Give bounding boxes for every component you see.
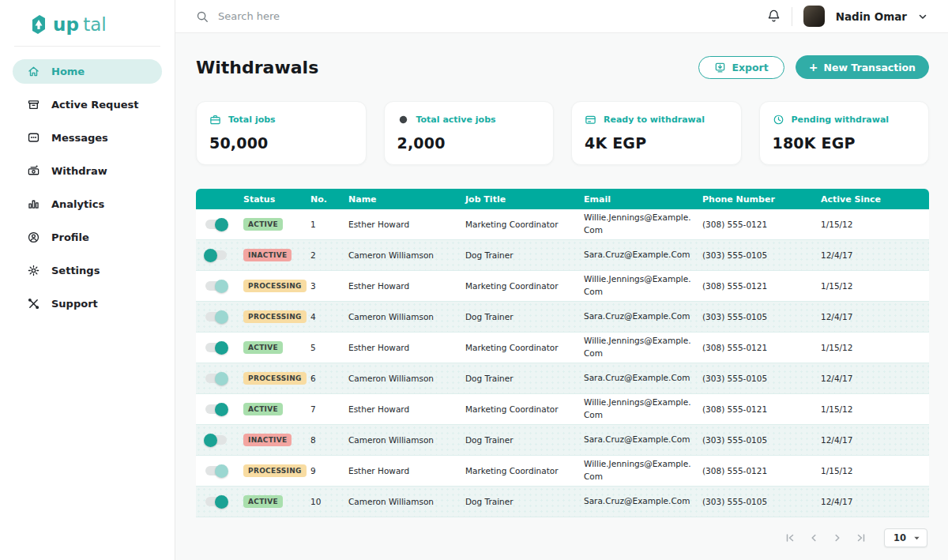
stat-card-ready-to-withdrawal: Ready to withdrawal 4K EGP	[571, 101, 742, 165]
status-toggle[interactable]	[205, 250, 227, 260]
status-toggle[interactable]	[205, 312, 227, 321]
cell-no: 9	[310, 466, 348, 475]
email-text: Sara.Cruz@Example.Com	[584, 249, 691, 261]
status-toggle[interactable]	[205, 466, 227, 475]
cell-phone: (303) 555-0105	[702, 374, 821, 383]
dot-icon	[397, 114, 409, 126]
table-header-email: Email	[584, 194, 702, 205]
cell-phone: (308) 555-0121	[702, 404, 821, 414]
logo-text-bold: up	[53, 14, 79, 35]
cell-toggle	[196, 404, 243, 414]
briefcase-icon	[209, 114, 221, 126]
email-text: Sara.Cruz@Example.Com	[584, 372, 691, 385]
cell-email: Willie.Jennings@Example.Com	[584, 212, 702, 237]
status-badge: PROCESSING	[243, 372, 307, 385]
table-row: PROCESSING4Cameron WilliamsonDog Trainer…	[196, 302, 929, 333]
cell-active-since: 12/4/17	[821, 435, 929, 445]
last-page-icon[interactable]	[852, 529, 870, 547]
sidebar-item-home[interactable]: Home	[13, 59, 162, 84]
chevron-down-icon[interactable]	[918, 12, 927, 21]
export-button-label: Export	[732, 62, 768, 73]
toggle-knob	[215, 403, 228, 416]
cell-name: Cameron Williamson	[348, 312, 465, 321]
stat-card-value: 180K EGP	[773, 134, 916, 152]
cell-toggle	[196, 374, 243, 383]
logo-text-light: tal	[83, 14, 107, 35]
status-toggle[interactable]	[205, 435, 227, 445]
sidebar-item-label: Analytics	[51, 198, 104, 210]
search-icon	[196, 10, 209, 23]
topbar: Nadin Omar	[175, 0, 948, 33]
support-icon	[27, 297, 40, 310]
cell-phone: (303) 555-0105	[702, 435, 821, 445]
table-header-job-title: Job Title	[465, 194, 584, 205]
status-toggle[interactable]	[205, 220, 227, 229]
stat-cards: Total jobs 50,000 Total active jobs 2,00…	[196, 101, 929, 165]
email-text: Willie.Jennings@Example.Com	[584, 397, 691, 422]
cell-phone: (303) 555-0105	[702, 250, 821, 260]
user-avatar[interactable]	[803, 6, 825, 27]
email-text: Willie.Jennings@Example.Com	[584, 335, 691, 360]
bell-icon[interactable]	[767, 9, 781, 24]
status-toggle[interactable]	[205, 497, 227, 506]
toggle-knob	[215, 372, 228, 385]
table-row: ACTIVE7Esther HowardMarketing Coordinato…	[196, 394, 929, 425]
stat-card-label: Total active jobs	[416, 115, 496, 125]
export-button[interactable]: Export	[698, 56, 784, 79]
cell-job-title: Marketing Coordinator	[465, 404, 584, 414]
cell-job-title: Dog Trainer	[465, 374, 584, 383]
sidebar-item-withdraw[interactable]: Withdraw	[13, 159, 162, 183]
cell-status: PROCESSING	[243, 464, 310, 477]
page-size-select[interactable]: 10	[884, 528, 927, 547]
new-transaction-button[interactable]: + New Transaction	[796, 55, 929, 79]
cell-active-since: 1/15/12	[821, 220, 929, 229]
stat-card-label: Total jobs	[228, 115, 276, 125]
cell-email: Willie.Jennings@Example.Com	[584, 273, 702, 299]
cell-active-since: 12/4/17	[821, 497, 929, 506]
stat-card-pending-withdrawal: Pending withdrawal 180K EGP	[759, 101, 930, 165]
sidebar-item-messages[interactable]: Messages	[13, 126, 162, 150]
sidebar-item-analytics[interactable]: Analytics	[13, 192, 162, 216]
cell-job-title: Marketing Coordinator	[465, 343, 584, 352]
email-text: Sara.Cruz@Example.Com	[584, 495, 691, 508]
topbar-right: Nadin Omar	[767, 6, 927, 27]
cell-job-title: Dog Trainer	[465, 250, 584, 260]
cell-active-since: 12/4/17	[821, 374, 929, 383]
status-toggle[interactable]	[205, 281, 227, 291]
next-page-icon[interactable]	[829, 529, 846, 547]
cell-name: Cameron Williamson	[348, 497, 465, 506]
search-input[interactable]	[218, 10, 471, 22]
cell-phone: (308) 555-0121	[702, 220, 821, 229]
toggle-knob	[204, 249, 217, 262]
status-toggle[interactable]	[205, 343, 227, 352]
sidebar-item-profile[interactable]: Profile	[13, 225, 162, 250]
cell-toggle	[196, 497, 243, 506]
table-body: ACTIVE1Esther HowardMarketing Coordinato…	[196, 209, 929, 517]
cell-no: 1	[310, 220, 348, 229]
cell-email: Willie.Jennings@Example.Com	[584, 397, 702, 422]
plus-icon: +	[809, 61, 818, 73]
first-page-icon[interactable]	[781, 529, 799, 547]
cell-email: Willie.Jennings@Example.Com	[584, 458, 702, 483]
prev-page-icon[interactable]	[805, 529, 822, 547]
cell-phone: (303) 555-0105	[702, 497, 821, 506]
app-window: up tal Home Active Request	[0, 0, 948, 560]
new-transaction-button-label: New Transaction	[823, 62, 916, 73]
sidebar-item-support[interactable]: Support	[13, 291, 162, 316]
cell-no: 4	[310, 312, 348, 321]
stat-card-value: 50,000	[209, 134, 353, 152]
stat-card-label: Ready to withdrawal	[604, 115, 705, 125]
cell-status: PROCESSING	[243, 372, 310, 385]
table-row: PROCESSING3Esther HowardMarketing Coordi…	[196, 271, 929, 302]
cell-status: ACTIVE	[243, 218, 310, 231]
sidebar-item-settings[interactable]: Settings	[13, 258, 162, 283]
topbar-divider	[792, 7, 792, 26]
sidebar-item-label: Withdraw	[51, 165, 107, 177]
table-header-no: No.	[310, 194, 348, 205]
status-toggle[interactable]	[205, 404, 227, 414]
cell-job-title: Marketing Coordinator	[465, 281, 584, 291]
cell-phone: (308) 555-0121	[702, 466, 821, 475]
sidebar-item-active-request[interactable]: Active Request	[13, 92, 162, 117]
cell-active-since: 12/4/17	[821, 250, 929, 260]
status-toggle[interactable]	[205, 374, 227, 383]
